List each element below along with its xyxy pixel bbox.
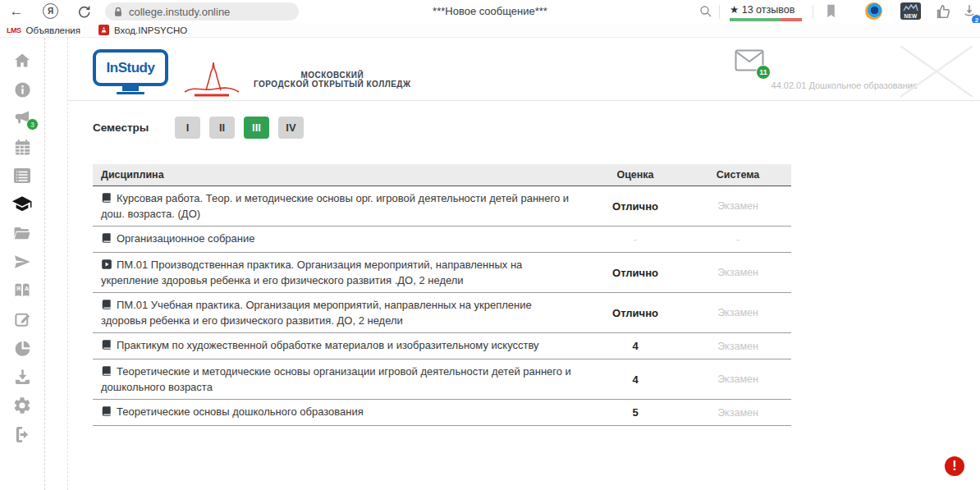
sidebar-item-home[interactable] — [11, 51, 33, 71]
semesters-section: Семестры I II III IV — [93, 117, 304, 139]
semester-button-4[interactable]: IV — [278, 117, 304, 139]
sidebar-item-info[interactable] — [11, 80, 33, 99]
table-row[interactable]: Курсовая работа. Теор. и методические ос… — [93, 186, 791, 227]
bookmark-label: Вход.INPSYCHO — [114, 25, 187, 35]
semester-button-1[interactable]: I — [175, 117, 200, 139]
sidebar-nav: 3 AЯ — [0, 38, 45, 490]
program-label: 44.02.01 Дошкольное образование — [643, 80, 918, 90]
page-header: InStudy МОСКОВСКИЙ ГОРОДСКОЙ ОТКРЫТЫЙ КО… — [68, 44, 980, 101]
logo-stand — [122, 86, 139, 91]
system-cell: Экзамен — [685, 307, 791, 318]
browser-toolbar: ← Я college.instudy.online ***Новое сооб… — [0, 0, 980, 23]
semester-button-2[interactable]: II — [209, 117, 235, 139]
table-header: Дисциплина Оценка Система — [93, 164, 791, 186]
column-discipline: Дисциплина — [93, 168, 586, 182]
watermark-x-icon — [897, 44, 976, 98]
table-row[interactable]: Теоретические и методические основы орга… — [93, 359, 791, 400]
home-icon — [12, 51, 32, 71]
column-system: Система — [685, 169, 791, 181]
discipline-cell: Организационное собрание — [93, 227, 586, 252]
sidebar-item-settings[interactable] — [11, 396, 33, 415]
sidebar-item-calendar[interactable] — [11, 137, 33, 157]
discipline-name: Теоретические и методические основы орга… — [101, 365, 571, 393]
instudy-logo[interactable]: InStudy — [93, 49, 168, 94]
semester-buttons: I II III IV — [175, 117, 304, 139]
discipline-cell: Курсовая работа. Теор. и методические ос… — [93, 186, 586, 226]
main-content: InStudy МОСКОВСКИЙ ГОРОДСКОЙ ОТКРЫТЫЙ КО… — [67, 38, 980, 490]
reviews-count: 13 отзывов — [742, 4, 795, 16]
discipline-name: ПМ.01 Учебная практика. Организация меро… — [101, 299, 532, 327]
bookmarks-bar: LMS Объявления Вход.INPSYCHO — [0, 23, 980, 38]
table-row[interactable]: ПМ.01 Учебная практика. Организация меро… — [93, 293, 791, 333]
new-extension-button[interactable]: NEW — [900, 2, 921, 20]
dictionary-icon: AЯ — [12, 282, 32, 300]
folder-open-icon — [12, 224, 32, 242]
mail-button[interactable]: 11 — [735, 49, 764, 75]
bookmark-label: Объявления — [26, 25, 81, 35]
browser-extension-button[interactable] — [865, 2, 882, 20]
discipline-name: Теоретические основы дошкольного образов… — [117, 405, 364, 418]
book-icon — [101, 299, 112, 314]
book-icon — [101, 232, 112, 247]
semester-button-3-active[interactable]: III — [244, 117, 269, 139]
college-logo: МОСКОВСКИЙ ГОРОДСКОЙ ОТКРЫТЫЙ КОЛЛЕДЖ — [181, 54, 411, 97]
sidebar-item-education-active[interactable] — [11, 195, 33, 214]
svg-text:A: A — [25, 286, 29, 291]
reviews-widget[interactable]: ★ 13 отзывов — [730, 3, 805, 21]
toolbar-separator — [719, 5, 720, 19]
system-cell: - — [685, 234, 791, 245]
sidebar-item-announcements[interactable]: 3 — [11, 108, 33, 128]
book-icon — [101, 339, 112, 354]
system-cell: Экзамен — [685, 200, 791, 212]
gear-icon — [12, 396, 32, 415]
bookmark-button[interactable] — [824, 3, 838, 22]
sidebar-item-messages[interactable] — [11, 252, 33, 272]
college-name-line1: МОСКОВСКИЙ — [254, 71, 411, 80]
star-icon: ★ — [730, 4, 739, 16]
college-name-line2: ГОРОДСКОЙ ОТКРЫТЫЙ КОЛЛЕДЖ — [254, 80, 411, 89]
table-row[interactable]: Организационное собрание-- — [93, 227, 791, 253]
bookmark-announcements[interactable]: LMS Объявления — [7, 25, 80, 35]
bookmark-inpsycho[interactable]: Вход.INPSYCHO — [98, 25, 187, 35]
column-grade: Оценка — [586, 169, 685, 181]
calendar-icon — [13, 138, 32, 157]
grade-cell: - — [586, 233, 685, 245]
system-cell: Экзамен — [685, 373, 791, 385]
table-row[interactable]: ПМ.01 Производственная практика. Организ… — [93, 253, 791, 293]
book-icon — [101, 192, 112, 207]
college-name: МОСКОВСКИЙ ГОРОДСКОЙ ОТКРЫТЫЙ КОЛЛЕДЖ — [254, 71, 411, 97]
search-icon — [698, 4, 713, 19]
sidebar-item-downloads[interactable] — [11, 367, 33, 387]
system-cell: Экзамен — [685, 407, 791, 419]
table-row[interactable]: Теоретические основы дошкольного образов… — [93, 400, 791, 426]
sidebar-item-logout[interactable] — [11, 424, 33, 444]
toolbar-separator — [813, 5, 813, 19]
kremlin-tower-icon — [181, 54, 245, 97]
system-cell: Экзамен — [685, 267, 791, 278]
discipline-name: ПМ.01 Производственная практика. Организ… — [101, 259, 522, 286]
table-body: Курсовая работа. Теор. и методические ос… — [93, 186, 791, 426]
discipline-cell: Теоретические и методические основы орга… — [93, 359, 586, 399]
discipline-cell: ПМ.01 Производственная практика. Организ… — [93, 253, 586, 292]
search-button[interactable] — [698, 4, 713, 22]
graduation-cap-icon — [11, 195, 33, 214]
rate-page-button[interactable] — [934, 2, 952, 24]
grade-cell: 4 — [586, 340, 685, 352]
logo-stand-base — [117, 92, 144, 94]
downloads-button[interactable]: 2 — [962, 3, 977, 21]
alert-button[interactable]: ! — [945, 456, 964, 476]
semesters-label: Семестры — [93, 121, 147, 134]
sidebar-item-schedule[interactable] — [11, 166, 33, 185]
svg-text:Я: Я — [16, 286, 21, 291]
discipline-cell: Теоретические основы дошкольного образов… — [93, 400, 586, 425]
bookmark-flag-icon — [824, 3, 838, 19]
sidebar-item-statistics[interactable] — [11, 338, 33, 358]
sidebar-item-notes[interactable] — [11, 309, 33, 329]
discipline-cell: Практикум по художественной обработке ма… — [93, 333, 586, 359]
grades-table: Дисциплина Оценка Система Курсовая работ… — [93, 164, 791, 426]
sidebar-item-files[interactable] — [11, 223, 33, 243]
sidebar-item-dictionary[interactable]: AЯ — [11, 281, 33, 300]
inpsycho-icon — [98, 25, 109, 35]
book-icon — [101, 405, 112, 420]
table-row[interactable]: Практикум по художественной обработке ма… — [93, 333, 791, 359]
